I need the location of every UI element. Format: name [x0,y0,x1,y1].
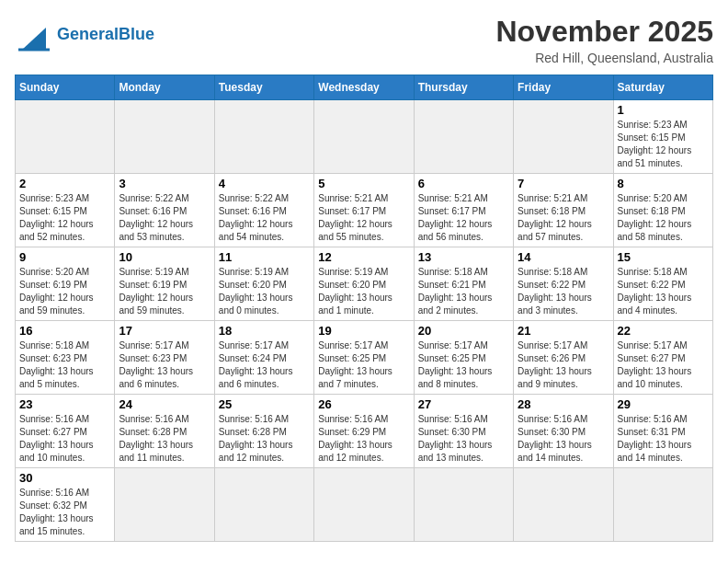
day-info: Sunrise: 5:17 AM Sunset: 6:25 PM Dayligh… [418,339,509,391]
logo-text: GeneralBlue [57,25,154,43]
calendar-week-row: 9Sunrise: 5:20 AM Sunset: 6:19 PM Daylig… [16,247,713,321]
day-number: 27 [418,397,509,411]
day-info: Sunrise: 5:19 AM Sunset: 6:20 PM Dayligh… [318,266,409,317]
calendar-cell: 15Sunrise: 5:18 AM Sunset: 6:22 PM Dayli… [613,247,712,321]
day-number: 19 [318,324,409,338]
weekday-header-saturday: Saturday [613,75,712,100]
day-number: 30 [19,471,110,485]
day-number: 1 [618,103,709,117]
location-text: Red Hill, Queensland, Australia [495,51,713,65]
day-number: 28 [518,397,609,411]
day-info: Sunrise: 5:16 AM Sunset: 6:31 PM Dayligh… [618,413,709,465]
day-number: 11 [219,250,310,264]
page-header: GeneralBlue November 2025 Red Hill, Quee… [15,15,713,65]
day-number: 20 [418,324,509,338]
day-number: 6 [418,177,509,190]
weekday-header-sunday: Sunday [16,75,115,100]
day-info: Sunrise: 5:23 AM Sunset: 6:15 PM Dayligh… [618,119,709,170]
day-info: Sunrise: 5:19 AM Sunset: 6:20 PM Dayligh… [219,266,310,317]
calendar-cell: 2Sunrise: 5:23 AM Sunset: 6:15 PM Daylig… [16,174,115,247]
day-number: 12 [318,250,409,264]
day-info: Sunrise: 5:22 AM Sunset: 6:16 PM Dayligh… [219,192,310,244]
calendar-cell [115,100,214,174]
day-number: 10 [119,250,210,264]
calendar-cell [214,468,313,542]
calendar-cell [514,100,613,174]
day-info: Sunrise: 5:16 AM Sunset: 6:28 PM Dayligh… [219,413,310,465]
calendar-cell: 4Sunrise: 5:22 AM Sunset: 6:16 PM Daylig… [214,174,313,247]
calendar-cell: 29Sunrise: 5:16 AM Sunset: 6:31 PM Dayli… [613,395,712,468]
weekday-header-wednesday: Wednesday [314,75,414,100]
day-info: Sunrise: 5:16 AM Sunset: 6:27 PM Dayligh… [19,413,110,465]
day-number: 22 [618,324,709,338]
calendar-cell: 23Sunrise: 5:16 AM Sunset: 6:27 PM Dayli… [16,395,115,468]
weekday-header-monday: Monday [115,75,214,100]
calendar-cell: 25Sunrise: 5:16 AM Sunset: 6:28 PM Dayli… [214,395,313,468]
calendar-cell: 14Sunrise: 5:18 AM Sunset: 6:22 PM Dayli… [514,247,613,321]
day-info: Sunrise: 5:19 AM Sunset: 6:19 PM Dayligh… [119,266,210,317]
logo-icon [15,15,53,53]
calendar-cell [414,100,513,174]
day-number: 23 [19,397,110,411]
calendar-cell [414,468,513,542]
day-info: Sunrise: 5:16 AM Sunset: 6:32 PM Dayligh… [19,487,110,538]
calendar-cell: 12Sunrise: 5:19 AM Sunset: 6:20 PM Dayli… [314,247,414,321]
calendar-week-row: 16Sunrise: 5:18 AM Sunset: 6:23 PM Dayli… [16,321,713,395]
weekday-header-friday: Friday [514,75,613,100]
day-info: Sunrise: 5:20 AM Sunset: 6:18 PM Dayligh… [618,192,709,244]
day-number: 13 [418,250,509,264]
day-number: 15 [618,250,709,264]
day-number: 3 [119,177,210,190]
day-info: Sunrise: 5:21 AM Sunset: 6:17 PM Dayligh… [418,192,509,244]
day-info: Sunrise: 5:17 AM Sunset: 6:23 PM Dayligh… [119,339,210,391]
day-info: Sunrise: 5:21 AM Sunset: 6:17 PM Dayligh… [318,192,409,244]
day-info: Sunrise: 5:17 AM Sunset: 6:24 PM Dayligh… [219,339,310,391]
calendar-cell: 6Sunrise: 5:21 AM Sunset: 6:17 PM Daylig… [414,174,513,247]
day-info: Sunrise: 5:16 AM Sunset: 6:30 PM Dayligh… [418,413,509,465]
calendar-table: SundayMondayTuesdayWednesdayThursdayFrid… [15,75,713,542]
day-number: 9 [19,250,110,264]
day-info: Sunrise: 5:17 AM Sunset: 6:25 PM Dayligh… [318,339,409,391]
day-number: 2 [19,177,110,190]
day-info: Sunrise: 5:23 AM Sunset: 6:15 PM Dayligh… [19,192,110,244]
calendar-cell: 26Sunrise: 5:16 AM Sunset: 6:29 PM Dayli… [314,395,414,468]
calendar-cell: 28Sunrise: 5:16 AM Sunset: 6:30 PM Dayli… [514,395,613,468]
day-number: 29 [618,397,709,411]
calendar-cell: 19Sunrise: 5:17 AM Sunset: 6:25 PM Dayli… [314,321,414,395]
title-block: November 2025 Red Hill, Queensland, Aust… [495,15,713,65]
calendar-cell: 30Sunrise: 5:16 AM Sunset: 6:32 PM Dayli… [16,468,115,542]
day-info: Sunrise: 5:17 AM Sunset: 6:26 PM Dayligh… [518,339,609,391]
calendar-cell [613,468,712,542]
calendar-cell: 10Sunrise: 5:19 AM Sunset: 6:19 PM Dayli… [115,247,214,321]
day-info: Sunrise: 5:18 AM Sunset: 6:23 PM Dayligh… [19,339,110,391]
calendar-week-row: 30Sunrise: 5:16 AM Sunset: 6:32 PM Dayli… [16,468,713,542]
weekday-header-tuesday: Tuesday [214,75,313,100]
calendar-cell: 24Sunrise: 5:16 AM Sunset: 6:28 PM Dayli… [115,395,214,468]
day-number: 21 [518,324,609,338]
calendar-cell: 17Sunrise: 5:17 AM Sunset: 6:23 PM Dayli… [115,321,214,395]
day-info: Sunrise: 5:21 AM Sunset: 6:18 PM Dayligh… [518,192,609,244]
calendar-week-row: 2Sunrise: 5:23 AM Sunset: 6:15 PM Daylig… [16,174,713,247]
calendar-cell: 22Sunrise: 5:17 AM Sunset: 6:27 PM Dayli… [613,321,712,395]
svg-marker-0 [22,28,46,50]
calendar-week-row: 23Sunrise: 5:16 AM Sunset: 6:27 PM Dayli… [16,395,713,468]
month-title: November 2025 [495,15,713,49]
day-number: 14 [518,250,609,264]
calendar-cell [214,100,313,174]
calendar-cell: 11Sunrise: 5:19 AM Sunset: 6:20 PM Dayli… [214,247,313,321]
calendar-cell [115,468,214,542]
day-info: Sunrise: 5:16 AM Sunset: 6:28 PM Dayligh… [119,413,210,465]
day-number: 17 [119,324,210,338]
calendar-cell [314,100,414,174]
calendar-cell: 21Sunrise: 5:17 AM Sunset: 6:26 PM Dayli… [514,321,613,395]
calendar-cell: 7Sunrise: 5:21 AM Sunset: 6:18 PM Daylig… [514,174,613,247]
calendar-cell: 20Sunrise: 5:17 AM Sunset: 6:25 PM Dayli… [414,321,513,395]
calendar-cell: 27Sunrise: 5:16 AM Sunset: 6:30 PM Dayli… [414,395,513,468]
day-info: Sunrise: 5:17 AM Sunset: 6:27 PM Dayligh… [618,339,709,391]
calendar-week-row: 1Sunrise: 5:23 AM Sunset: 6:15 PM Daylig… [16,100,713,174]
day-number: 24 [119,397,210,411]
day-info: Sunrise: 5:18 AM Sunset: 6:22 PM Dayligh… [618,266,709,317]
calendar-cell: 16Sunrise: 5:18 AM Sunset: 6:23 PM Dayli… [16,321,115,395]
day-info: Sunrise: 5:16 AM Sunset: 6:29 PM Dayligh… [318,413,409,465]
calendar-cell [514,468,613,542]
